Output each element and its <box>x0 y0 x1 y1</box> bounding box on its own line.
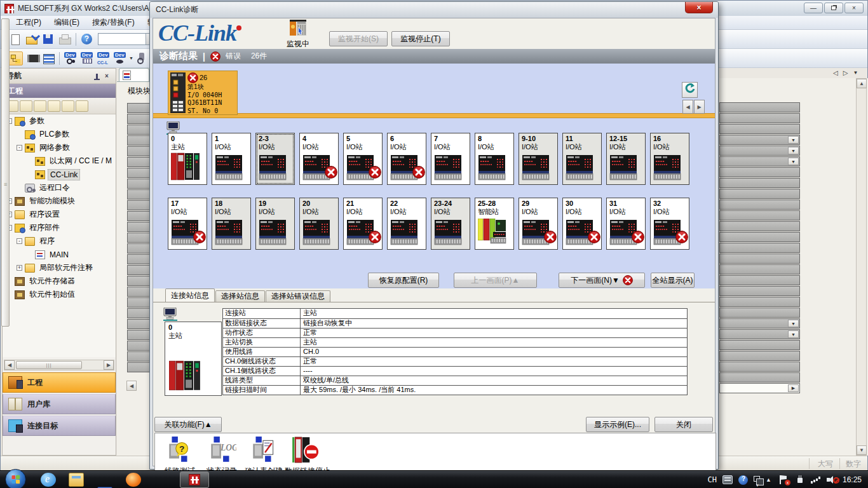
tree-item-软元件存储器[interactable]: 软元件存储器 <box>3 274 116 288</box>
tree-item-程序[interactable]: -程序 <box>3 234 116 248</box>
tree-expander-icon[interactable]: - <box>17 238 22 244</box>
open-project-icon[interactable] <box>24 32 39 46</box>
module-next-button[interactable]: ▶ <box>694 100 705 114</box>
print-icon[interactable] <box>57 32 72 46</box>
menu-item-0[interactable]: 工程(P) <box>10 16 48 29</box>
station-card-18[interactable]: 18I/O站 <box>212 198 251 250</box>
station-card-17[interactable]: 17I/O站 <box>168 198 207 250</box>
copy-icon[interactable] <box>20 100 32 112</box>
refresh-icon[interactable] <box>62 100 74 112</box>
next-screen-button[interactable]: 下一画面(N)▼ <box>559 273 645 288</box>
module-configuration-icon[interactable] <box>24 51 39 65</box>
dialog-close-button-bottom[interactable]: 关闭 <box>654 417 713 432</box>
tree-item-智能功能模块[interactable]: +智能功能模块 <box>3 194 116 208</box>
refresh-button[interactable] <box>682 82 698 98</box>
station-card-25-28[interactable]: 25-28智能站 <box>475 198 514 250</box>
dialog-close-button[interactable]: × <box>685 2 713 13</box>
show-all-stations-button[interactable]: 全站显示(A) <box>651 273 695 288</box>
grid-cell[interactable] <box>719 124 800 134</box>
firefox-icon[interactable] <box>126 473 141 487</box>
tree-item-程序部件[interactable]: -程序部件 <box>3 221 116 234</box>
tab-选择站信息[interactable]: 选择站信息 <box>215 290 265 302</box>
station-card-5[interactable]: 5I/O站 <box>343 133 383 185</box>
station-card-8[interactable]: 8I/O站 <box>475 133 514 185</box>
grid-cell[interactable]: ▼ <box>719 318 800 329</box>
cell-dropdown-icon[interactable]: ▼ <box>788 330 799 338</box>
navigation-hscrollbar[interactable]: ◀ ||| ▶ <box>4 360 114 370</box>
taskbar-gx-works2-button[interactable] <box>180 471 209 488</box>
prev-screen-button[interactable]: 上一画面(P)▲ <box>454 273 537 288</box>
window-switch-icon[interactable] <box>754 476 760 482</box>
tab-prev-icon[interactable]: ◁ <box>833 69 838 76</box>
grid-cell[interactable] <box>719 113 800 123</box>
scroll-thumb[interactable]: ||| <box>16 361 82 369</box>
grid-row-header[interactable] <box>127 308 153 318</box>
dock-button-工程[interactable]: 工程 <box>3 372 116 393</box>
help-icon[interactable] <box>79 32 95 46</box>
grid-row-header[interactable] <box>127 179 153 189</box>
tree-item-PLC参数[interactable]: PLC参数 <box>3 128 116 141</box>
save-icon[interactable] <box>41 32 56 46</box>
grid-row-header[interactable] <box>127 341 153 351</box>
pin-icon[interactable] <box>92 72 102 81</box>
grid-cell[interactable]: ▼ <box>719 135 800 145</box>
paste-icon[interactable] <box>34 100 46 112</box>
device-watch-icon[interactable] <box>112 51 128 65</box>
station-card-30[interactable]: 30I/O站 <box>562 198 602 250</box>
cell-expand-icon[interactable]: ▶ <box>788 384 799 392</box>
grid-cell[interactable] <box>719 178 800 188</box>
document-vscrollbar[interactable]: ▲ ▼ <box>856 78 867 456</box>
cell-dropdown-icon[interactable]: ▼ <box>788 147 799 154</box>
toolbar-combo-box[interactable]: ▼ <box>98 33 156 45</box>
grid-cell[interactable] <box>719 297 800 307</box>
tree-expander-icon[interactable]: + <box>17 265 22 271</box>
grid-row-header[interactable] <box>127 211 153 221</box>
grid-cell[interactable] <box>719 221 800 231</box>
grid-row-header[interactable] <box>127 114 153 124</box>
grid-row-header[interactable] <box>127 297 153 308</box>
grid-cell[interactable] <box>719 340 800 350</box>
grid-cell[interactable] <box>719 254 800 264</box>
station-card-1[interactable]: 1I/O站 <box>212 133 251 185</box>
scroll-right-icon[interactable]: ▶ <box>104 360 114 370</box>
ie-icon[interactable] <box>41 473 56 487</box>
station-card-6[interactable]: 6I/O站 <box>387 133 426 185</box>
grid-row-header[interactable] <box>127 233 153 243</box>
filter-icon[interactable] <box>76 100 88 112</box>
tree-item-CC-Link[interactable]: CC-Link <box>3 168 116 181</box>
module-prev-button[interactable]: ◀ <box>682 100 693 114</box>
station-card-20[interactable]: 20I/O站 <box>299 198 339 250</box>
grid-cell[interactable] <box>719 275 800 285</box>
grid-row-header[interactable] <box>127 319 153 329</box>
grid-cell[interactable] <box>719 189 800 199</box>
grid-row-header[interactable] <box>127 125 153 135</box>
tree-item-程序设置[interactable]: +程序设置 <box>3 208 116 221</box>
restore-button[interactable] <box>824 3 843 13</box>
dialog-title-bar[interactable]: CC-Link诊断 <box>150 2 718 18</box>
show-hidden-icons[interactable]: ▲ <box>766 477 773 483</box>
keyboard-icon[interactable] <box>722 475 733 484</box>
grid-scroll-left-icon[interactable]: ◀ <box>126 381 137 391</box>
device-find-icon[interactable] <box>63 51 78 65</box>
grid-cell[interactable] <box>719 351 800 361</box>
station-card-31[interactable]: 31I/O站 <box>606 198 646 250</box>
grid-row-header[interactable] <box>127 330 153 340</box>
power-icon[interactable] <box>795 475 805 484</box>
related-functions-button[interactable]: 关联功能(F)▲ <box>154 417 222 432</box>
grid-row-header[interactable] <box>127 362 153 372</box>
grid-cell[interactable] <box>719 167 800 177</box>
device-watch-icon-dropdown[interactable]: ▼ <box>129 56 133 60</box>
grid-row-header[interactable] <box>127 146 153 156</box>
grid-cell[interactable] <box>719 200 800 210</box>
station-card-11[interactable]: 11I/O站 <box>562 133 602 185</box>
station-card-7[interactable]: 7I/O站 <box>431 133 470 185</box>
monitor-start-button[interactable]: 监视开始(S) <box>329 31 388 46</box>
tab-选择站错误信息[interactable]: 选择站错误信息 <box>266 290 330 302</box>
station-card-0[interactable]: 0主站 <box>168 133 207 185</box>
dock-button-用户库[interactable]: 用户库 <box>3 394 116 414</box>
tree-item-以太网 / CC IE / M[interactable]: 以太网 / CC IE / M <box>3 154 116 168</box>
tree-item-软元件初始值[interactable]: 软元件初始值 <box>3 288 116 301</box>
grid-cell[interactable] <box>719 372 800 383</box>
language-indicator[interactable]: CH <box>708 475 717 484</box>
master-module-card[interactable]: 26 第1块 I/O 0040H QJ61BT11N ST. No 0 <box>168 71 238 115</box>
